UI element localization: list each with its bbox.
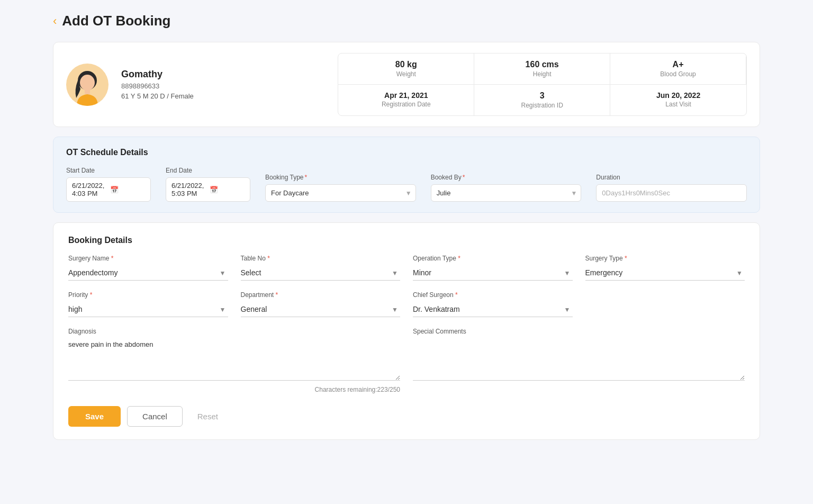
end-date-group: End Date 6/21/2022, 5:03 PM 📅 — [166, 167, 250, 202]
booking-fields-row2: Priority * high medium low ▼ Department … — [68, 291, 745, 317]
ot-schedule-section: OT Schedule Details Start Date 6/21/2022… — [53, 137, 760, 213]
table-no-select-wrapper: Select Table 1 Table 2 Table 3 ▼ — [241, 265, 401, 281]
special-comments-group: Special Comments — [413, 328, 745, 393]
booked-by-select-wrapper: Julie John Alice ▼ — [431, 184, 582, 202]
booking-type-group: Booking Type* For Daycare Inpatient Outp… — [265, 174, 416, 202]
table-no-group: Table No * Select Table 1 Table 2 Table … — [241, 255, 401, 281]
booking-type-select-wrapper: For Daycare Inpatient Outpatient ▼ — [265, 184, 416, 202]
end-date-calendar-icon[interactable]: 📅 — [210, 186, 245, 194]
end-date-label: End Date — [166, 167, 250, 174]
operation-type-select-wrapper: Minor Major Elective ▼ — [413, 265, 573, 281]
patient-name: Gomathy — [121, 69, 325, 80]
svg-rect-2 — [85, 89, 90, 94]
diagnosis-textarea[interactable]: severe pain in the abdomen — [68, 338, 400, 381]
table-no-label: Table No * — [241, 255, 401, 262]
priority-group: Priority * high medium low ▼ — [68, 291, 228, 317]
start-date-group: Start Date 6/21/2022, 4:03 PM 📅 — [66, 167, 151, 202]
back-button[interactable]: ‹ — [53, 15, 57, 27]
duration-value: 0Days1Hrs0Mins0Sec — [596, 184, 747, 202]
surgery-type-select[interactable]: Emergency Elective Urgent — [585, 265, 745, 281]
surgery-name-select[interactable]: Appendectomy Tonsillectomy Cholecystecto… — [68, 265, 228, 281]
page-title: Add OT Booking — [62, 13, 170, 29]
department-select[interactable]: General Ortho Cardiology — [241, 302, 401, 317]
priority-select-wrapper: high medium low ▼ — [68, 302, 228, 317]
diagnosis-group: Diagnosis severe pain in the abdomen Cha… — [68, 328, 400, 393]
priority-select[interactable]: high medium low — [68, 302, 228, 317]
patient-age-gender: 61 Y 5 M 20 D / Female — [121, 92, 325, 100]
booking-details-section: Booking Details Surgery Name * Appendect… — [53, 222, 760, 440]
action-row: Save Cancel Reset — [68, 406, 745, 427]
surgery-type-group: Surgery Type * Emergency Elective Urgent… — [585, 255, 745, 281]
avatar — [66, 64, 109, 106]
start-date-input[interactable]: 6/21/2022, 4:03 PM 📅 — [66, 177, 151, 202]
chief-surgeon-group: Chief Surgeon * Dr. Venkatram Dr. Kumar … — [413, 291, 573, 317]
chief-surgeon-select-wrapper: Dr. Venkatram Dr. Kumar Dr. Priya ▼ — [413, 302, 573, 317]
patient-info: Gomathy 8898896633 61 Y 5 M 20 D / Femal… — [121, 69, 325, 100]
stat-last-visit: Jun 20, 2022 Last Visit — [610, 84, 746, 115]
cancel-button[interactable]: Cancel — [127, 406, 183, 427]
start-date-value: 6/21/2022, 4:03 PM — [72, 182, 107, 197]
start-date-calendar-icon[interactable]: 📅 — [110, 186, 145, 194]
patient-card: Gomathy 8898896633 61 Y 5 M 20 D / Femal… — [53, 42, 760, 127]
ot-schedule-title: OT Schedule Details — [66, 148, 747, 157]
booking-details-title: Booking Details — [68, 236, 745, 245]
stat-weight: 80 kg Weight — [338, 53, 474, 84]
patient-phone: 8898896633 — [121, 82, 325, 90]
patient-stats: 80 kg Weight 160 cms Height A+ Blood Gro… — [338, 53, 747, 116]
stat-height: 160 cms Height — [474, 53, 610, 84]
booking-fields-row1: Surgery Name * Appendectomy Tonsillectom… — [68, 255, 745, 281]
surgery-type-label: Surgery Type * — [585, 255, 745, 262]
page-header: ‹ Add OT Booking — [53, 13, 760, 29]
special-comments-textarea[interactable] — [413, 338, 745, 381]
table-no-select[interactable]: Select Table 1 Table 2 Table 3 — [241, 265, 401, 281]
notes-row: Diagnosis severe pain in the abdomen Cha… — [68, 328, 745, 393]
end-date-input[interactable]: 6/21/2022, 5:03 PM 📅 — [166, 177, 250, 202]
svg-point-1 — [80, 75, 95, 91]
start-date-label: Start Date — [66, 167, 151, 174]
save-button[interactable]: Save — [68, 406, 121, 427]
end-date-value: 6/21/2022, 5:03 PM — [171, 182, 206, 197]
stat-reg-id: 3 Registration ID — [474, 84, 610, 115]
stat-reg-date: Apr 21, 2021 Registration Date — [338, 84, 474, 115]
chief-surgeon-select[interactable]: Dr. Venkatram Dr. Kumar Dr. Priya — [413, 302, 573, 317]
duration-group: Duration 0Days1Hrs0Mins0Sec — [596, 174, 747, 202]
surgery-name-select-wrapper: Appendectomy Tonsillectomy Cholecystecto… — [68, 265, 228, 281]
priority-label: Priority * — [68, 291, 228, 299]
reset-button[interactable]: Reset — [189, 406, 227, 427]
surgery-name-label: Surgery Name * — [68, 255, 228, 262]
surgery-type-select-wrapper: Emergency Elective Urgent ▼ — [585, 265, 745, 281]
booking-type-label: Booking Type* — [265, 174, 416, 181]
special-comments-label: Special Comments — [413, 328, 745, 335]
placeholder-col — [585, 291, 745, 317]
booked-by-select[interactable]: Julie John Alice — [431, 184, 582, 202]
stat-blood-group: A+ Blood Group — [610, 53, 746, 84]
operation-type-group: Operation Type * Minor Major Elective ▼ — [413, 255, 573, 281]
booked-by-label: Booked By* — [431, 174, 582, 181]
department-group: Department * General Ortho Cardiology ▼ — [241, 291, 401, 317]
char-count: Characters remaining:223/250 — [68, 386, 400, 393]
booked-by-group: Booked By* Julie John Alice ▼ — [431, 174, 582, 202]
duration-label: Duration — [596, 174, 747, 181]
department-select-wrapper: General Ortho Cardiology ▼ — [241, 302, 401, 317]
chief-surgeon-label: Chief Surgeon * — [413, 291, 573, 299]
booking-type-select[interactable]: For Daycare Inpatient Outpatient — [265, 184, 416, 202]
diagnosis-label: Diagnosis — [68, 328, 400, 335]
operation-type-label: Operation Type * — [413, 255, 573, 262]
department-label: Department * — [241, 291, 401, 299]
operation-type-select[interactable]: Minor Major Elective — [413, 265, 573, 281]
surgery-name-group: Surgery Name * Appendectomy Tonsillectom… — [68, 255, 228, 281]
